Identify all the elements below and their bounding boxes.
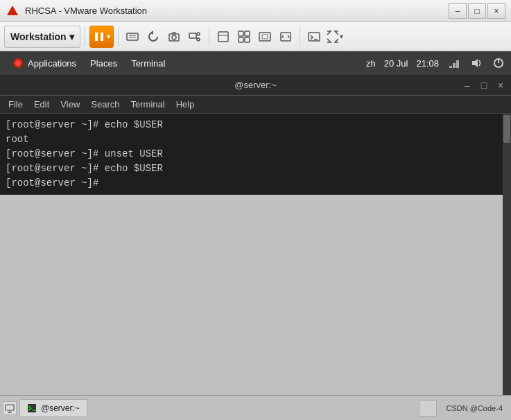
- network-icon[interactable]: [447, 56, 461, 70]
- pause-button[interactable]: ▾: [89, 26, 114, 48]
- toolbar-separator-4: [300, 27, 300, 46]
- svg-marker-0: [7, 6, 18, 15]
- terminal-scroll-area: [root@server ~]# echo $USER root [root@s…: [0, 114, 511, 395]
- svg-point-10: [197, 33, 200, 35]
- applications-icon: [12, 58, 24, 69]
- fit-icon: [258, 30, 272, 44]
- date-display: 20 Jul: [384, 58, 408, 69]
- pause-dropdown-arrow: ▾: [107, 33, 110, 40]
- fullscreen-icon: [216, 30, 230, 44]
- guest-topbar: Applications Places Terminal zh 20 Jul 2…: [0, 51, 511, 75]
- toolbar-separator-1: [85, 27, 85, 46]
- pause-icon: [93, 30, 105, 43]
- guest-os: Applications Places Terminal zh 20 Jul 2…: [0, 51, 511, 420]
- terminal-window-controls: – □ ×: [460, 78, 508, 93]
- dropdown-arrow: ▾: [69, 31, 74, 42]
- terminal-menu-label: Terminal: [131, 58, 165, 69]
- fullscreen-dropdown: ▾: [340, 33, 343, 40]
- toolbar-separator-3: [209, 27, 209, 46]
- snapshot-icon: [167, 30, 181, 44]
- fit-window-button[interactable]: [276, 27, 295, 46]
- terminal-menubar: File Edit View Search Terminal Help: [0, 96, 511, 114]
- svg-rect-9: [189, 33, 196, 38]
- send-ctrl-alt-del-button[interactable]: [123, 27, 142, 46]
- terminal-file-menu[interactable]: File: [3, 98, 28, 111]
- applications-label: Applications: [28, 58, 76, 69]
- taskbar: @server:~ CSDN @Code-4: [0, 395, 511, 420]
- revert-icon: [146, 30, 160, 44]
- svg-rect-18: [239, 37, 243, 42]
- snapshot-manager-button[interactable]: [185, 27, 205, 46]
- taskbar-watermark: CSDN @Code-4: [441, 404, 508, 412]
- show-desktop-button[interactable]: [3, 401, 17, 415]
- taskbar-terminal-label: @server:~: [41, 403, 80, 413]
- terminal-maximize-button[interactable]: □: [476, 78, 492, 93]
- svg-rect-21: [262, 35, 268, 39]
- vmware-window: RHCSA - VMware Workstation – □ × Worksta…: [0, 0, 511, 420]
- svg-rect-19: [245, 37, 250, 42]
- terminal-view-menu[interactable]: View: [55, 98, 85, 111]
- workstation-label: Workstation: [10, 31, 67, 42]
- volume-icon[interactable]: [469, 56, 483, 70]
- title-bar: RHCSA - VMware Workstation – □ ×: [0, 0, 511, 22]
- guest-topbar-right: zh 20 Jul 21:08: [366, 56, 505, 70]
- taskbar-right: CSDN @Code-4: [419, 400, 508, 417]
- terminal-minimize-button[interactable]: –: [460, 78, 475, 93]
- desktop-icon: [5, 403, 15, 413]
- svg-line-13: [196, 37, 197, 40]
- vmware-logo: [6, 4, 19, 18]
- keyboard-icon: [125, 30, 139, 44]
- terminal-scrollbar-thumb[interactable]: [503, 115, 510, 143]
- terminal-line-3: [root@server ~]# unset USER: [6, 147, 497, 161]
- take-snapshot-button[interactable]: [164, 27, 184, 46]
- terminal-close-button[interactable]: ×: [493, 78, 508, 93]
- svg-rect-20: [259, 33, 270, 41]
- workstation-menu-button[interactable]: Workstation ▾: [4, 26, 80, 48]
- svg-rect-3: [127, 33, 138, 40]
- unity-icon: [237, 30, 251, 44]
- applications-menu-button[interactable]: Applications: [6, 55, 83, 71]
- terminal-window: @server:~ – □ × File Edit View Search Te…: [0, 75, 511, 395]
- svg-point-26: [15, 60, 21, 66]
- maximize-button[interactable]: □: [468, 3, 486, 19]
- enter-fullscreen-button[interactable]: ▾: [325, 27, 345, 46]
- terminal-terminal-menu[interactable]: Terminal: [125, 98, 171, 111]
- svg-rect-29: [456, 60, 459, 68]
- title-bar-text: RHCSA - VMware Workstation: [25, 6, 449, 16]
- terminal-scrollbar[interactable]: [503, 114, 511, 395]
- terminal-edit-menu[interactable]: Edit: [28, 98, 55, 111]
- unity-button[interactable]: [234, 27, 254, 46]
- terminal-content[interactable]: [root@server ~]# echo $USER root [root@s…: [0, 114, 503, 195]
- minimize-button[interactable]: –: [449, 3, 467, 19]
- snapshot-manager-icon: [188, 30, 202, 44]
- svg-rect-16: [239, 31, 243, 36]
- svg-point-8: [172, 35, 176, 40]
- vmware-toolbar: Workstation ▾ ▾: [0, 22, 511, 51]
- terminal-search-menu[interactable]: Search: [85, 98, 125, 111]
- svg-rect-28: [453, 63, 456, 68]
- time-display: 21:08: [416, 58, 439, 69]
- terminal-line-1: [root@server ~]# echo $USER: [6, 118, 497, 132]
- console-button[interactable]: [304, 27, 324, 46]
- svg-marker-30: [472, 59, 478, 67]
- svg-rect-33: [6, 405, 14, 410]
- taskbar-terminal-icon: [27, 403, 37, 413]
- revert-button[interactable]: [144, 27, 163, 46]
- title-bar-controls: – □ ×: [449, 3, 505, 19]
- terminal-menu-button[interactable]: Terminal: [124, 55, 172, 71]
- close-button[interactable]: ×: [487, 3, 505, 19]
- svg-rect-17: [245, 31, 250, 36]
- terminal-title: @server:~: [234, 80, 277, 90]
- places-menu-button[interactable]: Places: [83, 55, 124, 71]
- svg-rect-14: [218, 32, 228, 42]
- view-fullscreen-button[interactable]: [214, 27, 233, 46]
- fit-guest-button[interactable]: [255, 27, 275, 46]
- taskbar-empty-box: [419, 400, 437, 417]
- fit-window-icon: [279, 30, 293, 44]
- lang-indicator: zh: [366, 58, 376, 69]
- svg-point-11: [197, 38, 200, 41]
- taskbar-terminal-button[interactable]: @server:~: [19, 399, 87, 417]
- terminal-titlebar: @server:~ – □ ×: [0, 75, 511, 96]
- terminal-help-menu[interactable]: Help: [171, 98, 200, 111]
- power-icon[interactable]: [492, 56, 505, 70]
